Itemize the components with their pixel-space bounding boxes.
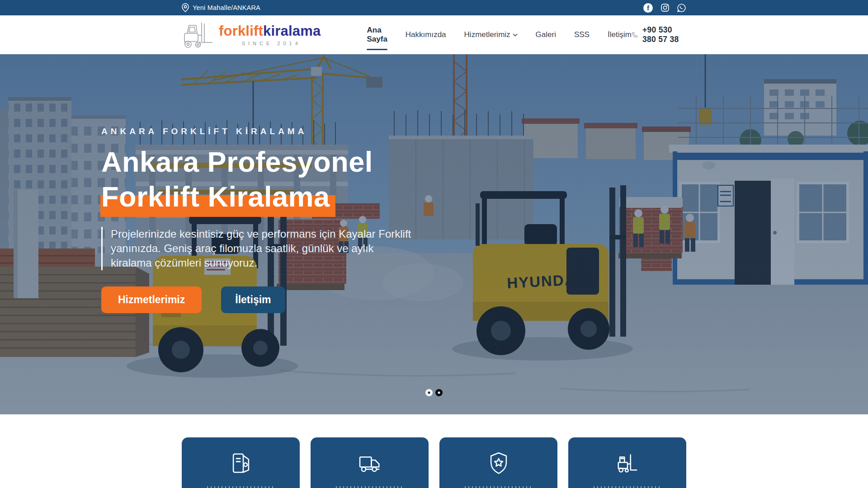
whatsapp-icon[interactable] xyxy=(677,3,686,13)
hizmetlerimiz-button[interactable]: Hizmetlerimiz xyxy=(101,286,202,313)
topbar: Yeni Mahalle/ANKARA f xyxy=(0,0,868,15)
nav-item-iletisim[interactable]: İletişim xyxy=(608,27,632,43)
hero-title: Ankara Profesyonel Forklift Kiralama xyxy=(101,145,413,217)
carousel-dots xyxy=(0,389,868,396)
phone-icon xyxy=(632,30,638,40)
location-pin-icon xyxy=(182,3,189,12)
instagram-icon[interactable] xyxy=(660,3,670,13)
iletisim-button[interactable]: İletişim xyxy=(221,286,285,313)
hero-title-line2-highlight: Forklift Kiralama xyxy=(100,179,335,217)
feature-card-pricing[interactable] xyxy=(182,437,300,488)
clipped-card-title xyxy=(594,486,661,488)
main-nav: Ana Sayfa Hakkımızda Hizmetlerimiz Galer… xyxy=(367,22,631,47)
location-text: Yeni Mahalle/ANKARA xyxy=(193,4,260,11)
nav-item-hizmetlerimiz[interactable]: Hizmetlerimiz xyxy=(464,27,518,43)
facebook-icon[interactable]: f xyxy=(643,3,653,13)
feature-card-fleet[interactable] xyxy=(568,437,686,488)
feature-card-reliability[interactable] xyxy=(439,437,557,488)
nav-item-galeri[interactable]: Galeri xyxy=(536,27,556,43)
logo[interactable]: forkliftkiralama SINCE 2014 xyxy=(182,20,321,50)
features-section xyxy=(0,437,868,488)
wallet-icon xyxy=(229,451,253,475)
carousel-dot-2[interactable] xyxy=(435,389,443,396)
chevron-down-icon xyxy=(513,33,518,37)
logo-wordmark: forkliftkiralama xyxy=(219,24,321,38)
header: forkliftkiralama SINCE 2014 Ana Sayfa Ha… xyxy=(0,15,868,54)
hero-description: Projelerinizde kesintisiz güç ve perform… xyxy=(101,227,413,270)
forklift-icon xyxy=(615,451,640,475)
shield-star-icon xyxy=(486,451,511,475)
forklift-sketch-icon xyxy=(182,20,214,50)
clipped-card-title xyxy=(207,486,275,488)
nav-item-sss[interactable]: SSS xyxy=(574,27,590,43)
clipped-card-title xyxy=(465,486,533,488)
clipped-card-title xyxy=(336,486,404,488)
truck-icon xyxy=(358,451,382,475)
logo-tagline: SINCE 2014 xyxy=(239,41,301,46)
carousel-dot-1[interactable] xyxy=(425,389,433,396)
nav-item-hakkimizda[interactable]: Hakkımızda xyxy=(406,27,446,43)
phone-link[interactable]: +90 530 380 57 38 xyxy=(632,25,686,44)
phone-number: +90 530 380 57 38 xyxy=(642,25,686,44)
location: Yeni Mahalle/ANKARA xyxy=(182,3,260,12)
hero-kicker: ANKARA FORKLİFT KİRALAMA xyxy=(101,127,413,136)
hero-slider: HYUNDAI ANKARA FORKLİFT KİRALAMA Ankara … xyxy=(0,54,868,414)
hero-title-line1: Ankara Profesyonel xyxy=(101,146,373,178)
feature-card-delivery[interactable] xyxy=(311,437,429,488)
nav-item-ana-sayfa[interactable]: Ana Sayfa xyxy=(367,22,387,47)
